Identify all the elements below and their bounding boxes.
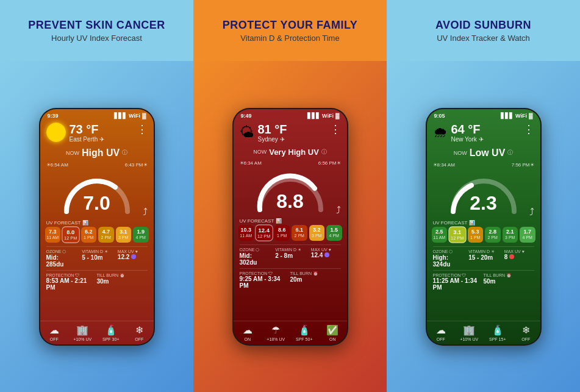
prot-col-3: PROTECTION 🛡 11:25 AM - 1:34 PM: [433, 273, 484, 291]
uv-level-1: High UV: [82, 148, 120, 159]
bottom-icons-2: ☁ ON ☂ +18% UV 🧴 SPF 50+ ✅ ON: [234, 321, 347, 344]
phone-top-1: 73 °F East Perth ✈ ⋮: [40, 120, 154, 146]
signal-icon-1: ▋▋▋: [114, 113, 127, 119]
bottom-building-1[interactable]: 🏢 +10% UV: [68, 324, 97, 341]
snow-icon-3: ❄: [522, 324, 530, 336]
share-icon-2[interactable]: ⤴: [336, 205, 341, 216]
prot-col-1: PROTECTION 🛡 8:53 AM - 2:21 PM: [46, 273, 97, 291]
status-icons-2: ▋▋▋ WiFi ▓: [307, 113, 339, 119]
vitd-col-3: VITAMIN D ☀ 15 - 20m: [468, 249, 498, 261]
menu-dots-3[interactable]: ⋮: [523, 123, 534, 136]
forecast-item-3-3: 2.8 2 PM: [485, 227, 501, 243]
bottom-snow-1[interactable]: ❄ OFF: [125, 324, 154, 341]
building-icon-3: 🏢: [463, 324, 475, 336]
spf-icon-3: 🧴: [492, 324, 504, 336]
cloud-icon-3: ☁: [436, 324, 446, 336]
temp-location-3: 64 °F New York ✈: [451, 123, 484, 143]
cloud-rain-icon-3: 🌧: [433, 124, 448, 141]
battery-icon-2: ▓: [335, 113, 340, 119]
divider-1b: [46, 270, 148, 271]
menu-dots-1[interactable]: ⋮: [137, 123, 148, 136]
menu-dots-2[interactable]: ⋮: [330, 123, 341, 136]
bottom-spf-2[interactable]: 🧴 SPF 50+: [290, 324, 319, 341]
forecast-row-3: 2.5 11 AM 3.1 12 PM 5.3 1 PM 2.8 2 PM: [427, 227, 540, 243]
ozone-value-1: Mid: 285du: [46, 254, 76, 268]
vitd-label-3: VITAMIN D ☀: [468, 249, 498, 254]
umbrella-icon-2: ☂: [271, 324, 280, 336]
maxuv-col-3: MAX UV ♥ 8: [504, 249, 534, 260]
maxuv-dot-3: [509, 254, 514, 259]
sunrise-3: 8:34 AM: [437, 162, 455, 168]
sun-icon-1: [46, 123, 66, 142]
building-icon-1: 🏢: [76, 324, 88, 336]
spf-icon-2: 🧴: [298, 324, 310, 336]
gauge-value-2: 8.8: [276, 190, 303, 213]
banner-row: PREVENT SKIN CANCER Hourly UV Index Fore…: [0, 0, 580, 61]
prot-label-2: PROTECTION 🛡: [240, 271, 290, 276]
prot-value-1: 8:53 AM - 2:21 PM: [46, 277, 97, 291]
bottom-snow-3[interactable]: ❄ OFF: [512, 324, 540, 341]
forecast-item-2-4: 3.2 3 PM: [309, 225, 325, 241]
bottom-cloud-2[interactable]: ☁ ON: [234, 324, 262, 341]
uv-now-1: NOW: [66, 150, 79, 156]
forecast-item-2-2: 8.6 1 PM: [274, 225, 290, 241]
vitd-value-3: 15 - 20m: [468, 254, 498, 261]
check-icon-2: ✅: [326, 324, 338, 336]
forecast-row-2: 10.3 11 AM 12.4 12 PM 8.6 1 PM 6.1 2 PM: [234, 225, 347, 241]
temperature-3: 64 °F: [451, 123, 484, 136]
forecast-item-1-2: 6.2 1 PM: [81, 227, 97, 243]
sunrise-2: 6:34 AM: [244, 160, 262, 166]
bar-chart-icon-3: 📊: [469, 220, 475, 226]
forecast-item-3-0: 2.5 11 AM: [432, 227, 448, 243]
prot-row-1: PROTECTION 🛡 8:53 AM - 2:21 PM TILL BURN…: [40, 272, 154, 292]
bottom-spf-1[interactable]: 🧴 SPF 30+: [97, 324, 126, 341]
burn-label-3: TILL BURN ⏰: [484, 273, 534, 278]
forecast-item-3-5: 1.7 4 PM: [520, 227, 535, 243]
bottom-umbrella-2[interactable]: ☂ +18% UV: [262, 324, 290, 341]
burn-value-1: 30m: [97, 278, 148, 285]
gauge-value-1: 7.0: [83, 192, 110, 215]
bottom-spf-3[interactable]: 🧴 SPF 15+: [484, 324, 512, 341]
forecast-item-2-5: 1.5 4 PM: [326, 225, 342, 241]
cloud-icon-2: ☁: [243, 324, 252, 336]
battery-icon-3: ▓: [529, 113, 533, 119]
bottom-cloud-1[interactable]: ☁ OFF: [40, 324, 69, 341]
battery-icon-1: ▓: [142, 113, 146, 119]
uv-info-3: ⓘ: [507, 149, 513, 157]
forecast-label-1: OZONE UV FORECAST 📊: [40, 218, 154, 227]
status-time-1: 9:39: [48, 113, 59, 119]
maxuv-dot-1: [131, 254, 136, 259]
prot-value-2: 9:25 AM - 3:34 PM: [240, 276, 290, 289]
burn-value-3: 50m: [484, 278, 534, 285]
burn-col-1: TILL BURN ⏰ 30m: [97, 273, 148, 285]
status-time-2: 9:49: [241, 113, 252, 119]
phone-3: 9:05 ▋▋▋ WiFi ▓ 🌧 64 °F New York ✈: [426, 108, 542, 346]
sun-cloud-icon-2: 🌤: [240, 124, 254, 141]
snow-icon-1: ❄: [135, 324, 143, 336]
ozone-row-3: OZONE ⬡ High: 324du VITAMIN D ☀ 15 - 20m…: [427, 248, 540, 269]
bottom-check-2[interactable]: ✅ ON: [318, 324, 347, 341]
vitd-value-1: 5 - 10m: [82, 254, 112, 261]
sun-times-2: ☀ 6:34 AM 6:56 PM ☀: [234, 159, 347, 167]
bottom-cloud-3[interactable]: ☁ OFF: [427, 324, 456, 341]
maxuv-label-3: MAX UV ♥: [504, 249, 534, 254]
banner-protect: PROTECT YOUR FAMILY Vitamin D & Protecti…: [193, 0, 387, 61]
location-3: New York ✈: [451, 136, 484, 143]
status-bar-2: 9:49 ▋▋▋ WiFi ▓: [234, 109, 347, 120]
forecast-item-1-5: 1.9 4 PM: [133, 227, 149, 243]
burn-label-2: TILL BURN ⏰: [290, 271, 341, 276]
uv-label-row-2: NOW Very High UV ⓘ: [234, 146, 347, 159]
ozone-col-2: OZONE ⬡ Mid: 302du: [240, 248, 270, 266]
forecast-item-2-1: 12.4 12 PM: [255, 224, 273, 241]
maxuv-label-2: MAX UV ♥: [311, 248, 341, 252]
status-icons-3: ▋▋▋ WiFi ▓: [501, 113, 532, 119]
wifi-icon-3: WiFi: [515, 113, 527, 119]
cloud-icon-1: ☁: [49, 324, 59, 336]
bottom-building-3[interactable]: 🏢 +10% UV: [455, 324, 484, 341]
sunset-1: 6:43 PM: [125, 162, 143, 168]
share-icon-1[interactable]: ⤴: [143, 207, 148, 218]
share-icon-3[interactable]: ⤴: [529, 207, 534, 218]
sunrise-icon-3: ☀: [433, 162, 437, 168]
phone-1: 9:39 ▋▋▋ WiFi ▓ 73 °F East Perth ✈: [39, 108, 155, 346]
temperature-2: 81 °F: [258, 123, 287, 136]
